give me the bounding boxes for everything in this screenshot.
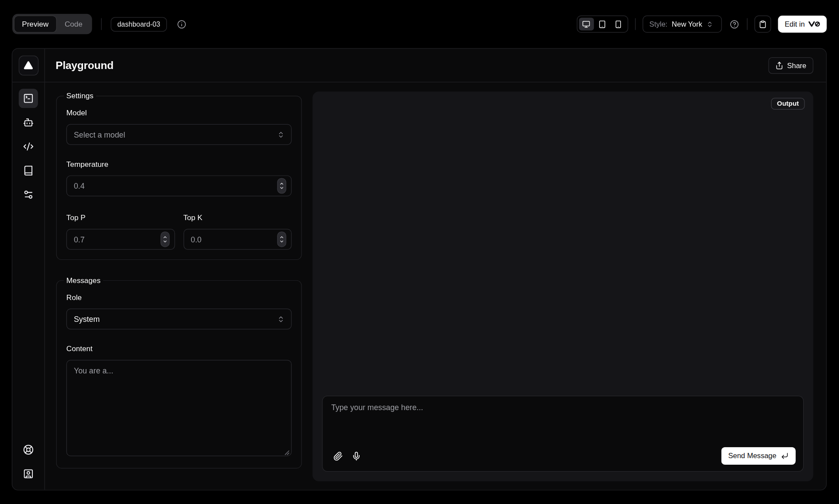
bot-icon: [23, 117, 34, 128]
code-icon: [23, 141, 34, 152]
home-logo-button[interactable]: [18, 55, 38, 75]
block-name-badge[interactable]: dashboard-03: [111, 17, 167, 31]
sidebar-item-account[interactable]: [19, 464, 38, 483]
settings-legend: Settings: [64, 91, 96, 100]
sidebar-item-documentation[interactable]: [19, 161, 38, 180]
message-input[interactable]: [322, 396, 803, 443]
chevron-down-icon: [163, 239, 167, 244]
life-buoy-icon: [23, 445, 34, 455]
info-icon: [177, 20, 186, 29]
style-select-label: Style:: [649, 20, 667, 28]
chevrons-up-down-icon: [707, 21, 714, 28]
content-textarea[interactable]: [66, 360, 292, 456]
code-tab[interactable]: Code: [57, 16, 90, 32]
top-p-label: Top P: [66, 214, 175, 222]
main-area: Settings Model Select a model Temp: [45, 83, 826, 490]
temperature-stepper[interactable]: [277, 178, 286, 194]
temperature-label: Temperature: [66, 160, 292, 169]
top-k-label: Top K: [183, 214, 291, 222]
mic-icon: [351, 451, 361, 461]
corner-down-left-icon: [781, 452, 789, 460]
monitor-icon: [582, 20, 590, 28]
send-message-button[interactable]: Send Message: [721, 447, 796, 465]
v0-logo-icon: [808, 21, 820, 28]
top-k-value: 0.0: [191, 235, 202, 244]
output-badge: Output: [771, 98, 805, 110]
sidebar-item-settings[interactable]: [19, 185, 38, 204]
model-select[interactable]: Select a model: [66, 124, 292, 145]
smartphone-icon: [614, 20, 622, 28]
chevron-down-icon: [279, 239, 284, 244]
top-p-input[interactable]: 0.7: [66, 229, 175, 250]
sidebar-item-models[interactable]: [19, 113, 38, 132]
app-content: Playground Share Settings Model: [45, 48, 826, 490]
preview-tab[interactable]: Preview: [14, 16, 56, 32]
temperature-field: Temperature 0.4: [66, 160, 292, 196]
style-select[interactable]: Style: New York: [642, 16, 722, 33]
top-p-value: 0.7: [74, 235, 85, 244]
triangle-logo-icon: [23, 60, 34, 70]
content-field: Content: [66, 345, 292, 459]
paperclip-icon: [333, 451, 343, 461]
top-p-field: Top P 0.7: [66, 211, 175, 250]
composer-footer: Send Message: [322, 443, 803, 471]
attach-file-button[interactable]: [330, 448, 347, 464]
model-select-value: Select a model: [74, 130, 125, 139]
top-toolbar: Preview Code dashboard-03: [0, 0, 839, 48]
sidebar-nav: [12, 83, 44, 211]
temperature-value: 0.4: [74, 182, 85, 190]
square-terminal-icon: [23, 93, 34, 104]
square-user-icon: [23, 469, 34, 479]
role-select-value: System: [74, 315, 100, 324]
model-field: Model Select a model: [66, 109, 292, 145]
book-icon: [23, 165, 34, 176]
view-toggle-group: Preview Code: [12, 14, 92, 35]
share-button[interactable]: Share: [768, 57, 813, 73]
temperature-input[interactable]: 0.4: [66, 176, 292, 197]
role-field: Role System: [66, 293, 292, 329]
top-k-input[interactable]: 0.0: [183, 229, 291, 250]
top-p-top-k-row: Top P 0.7: [66, 211, 292, 250]
toolbar-right: Style: New York Edit in: [577, 16, 827, 33]
output-panel: Output: [312, 91, 813, 481]
edit-in-v0-button[interactable]: Edit in: [778, 16, 827, 33]
sidebar-item-help[interactable]: [19, 440, 38, 459]
messages-fieldset: Messages Role System Content: [56, 276, 302, 469]
chevron-down-icon: [279, 186, 284, 190]
toolbar-separator: [635, 18, 635, 30]
top-k-stepper[interactable]: [277, 231, 286, 247]
edit-in-v0-label: Edit in: [785, 20, 805, 28]
copy-code-button[interactable]: [755, 16, 771, 33]
mobile-view-button[interactable]: [611, 17, 626, 30]
role-select[interactable]: System: [66, 309, 292, 330]
block-info-button[interactable]: [176, 18, 187, 30]
page: Preview Code dashboard-03: [0, 0, 839, 504]
use-microphone-button[interactable]: [348, 448, 364, 464]
sidebar-logo-cell: [12, 48, 44, 82]
app-header: Playground Share: [45, 48, 826, 82]
toolbar-left: Preview Code dashboard-03: [12, 14, 187, 35]
settings-column: Settings Model Select a model Temp: [56, 91, 302, 481]
sidebar-item-api[interactable]: [19, 137, 38, 156]
tablet-icon: [598, 20, 606, 28]
style-select-value: New York: [672, 20, 702, 28]
help-circle-icon: [730, 20, 739, 29]
model-label: Model: [66, 109, 292, 117]
content-label: Content: [66, 345, 292, 353]
tablet-view-button[interactable]: [595, 17, 610, 30]
chevrons-up-down-icon: [277, 131, 284, 138]
desktop-view-button[interactable]: [579, 17, 593, 30]
style-help-button[interactable]: [729, 18, 740, 30]
role-label: Role: [66, 293, 292, 302]
app-window: Playground Share Settings Model: [12, 48, 827, 490]
share-button-label: Share: [787, 61, 806, 69]
toolbar-separator: [747, 18, 748, 30]
sidebar-item-playground[interactable]: [19, 89, 38, 108]
toolbar-separator: [101, 18, 102, 30]
share-icon: [775, 61, 783, 69]
chevrons-up-down-icon: [277, 315, 284, 323]
message-composer: Send Message: [322, 396, 804, 472]
top-k-field: Top K 0.0: [183, 211, 291, 250]
top-p-stepper[interactable]: [160, 231, 170, 247]
clipboard-icon: [759, 20, 767, 28]
